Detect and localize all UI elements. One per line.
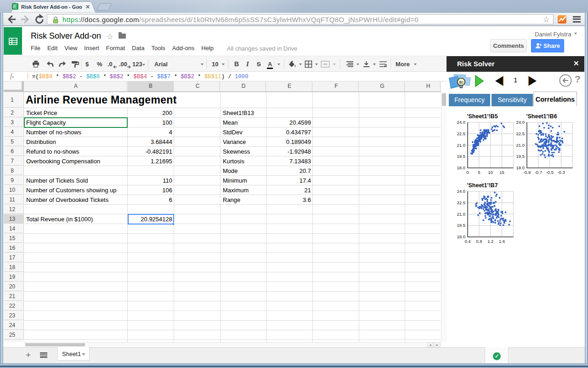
svg-text:22.5: 22.5 <box>457 200 465 205</box>
svg-text:-0.5: -0.5 <box>546 170 554 175</box>
svg-text:24.0: 24.0 <box>457 189 465 194</box>
svg-text:'Sheet1'!B6: 'Sheet1'!B6 <box>526 113 557 120</box>
svg-text:0: 0 <box>466 170 469 175</box>
svg-text:-0.7: -0.7 <box>535 170 542 175</box>
svg-text:5: 5 <box>478 170 480 175</box>
svg-text:24.0: 24.0 <box>516 120 525 125</box>
svg-text:0.4: 0.4 <box>464 239 470 244</box>
svg-text:0.8: 0.8 <box>476 239 482 244</box>
svg-text:15: 15 <box>499 170 504 175</box>
svg-text:10: 10 <box>488 170 493 175</box>
svg-text:21.0: 21.0 <box>457 143 465 148</box>
svg-text:'Sheet1'!B5: 'Sheet1'!B5 <box>467 113 498 120</box>
svg-text:1.6: 1.6 <box>498 239 504 244</box>
svg-text:19.5: 19.5 <box>516 154 525 159</box>
svg-text:18.0: 18.0 <box>457 234 465 239</box>
svg-text:-0.9: -0.9 <box>523 170 531 175</box>
svg-text:18.0: 18.0 <box>457 165 465 170</box>
svg-text:19.5: 19.5 <box>457 154 465 159</box>
svg-text:21.0: 21.0 <box>457 212 465 217</box>
svg-text:'Sheet1'!B7: 'Sheet1'!B7 <box>467 182 498 189</box>
svg-text:1.2: 1.2 <box>487 239 493 244</box>
svg-text:-0.3: -0.3 <box>557 170 565 175</box>
svg-text:22.5: 22.5 <box>516 131 525 136</box>
svg-text:21.0: 21.0 <box>516 143 525 148</box>
svg-text:24.0: 24.0 <box>457 120 465 125</box>
svg-text:22.5: 22.5 <box>457 131 465 136</box>
svg-text:19.5: 19.5 <box>457 223 465 228</box>
